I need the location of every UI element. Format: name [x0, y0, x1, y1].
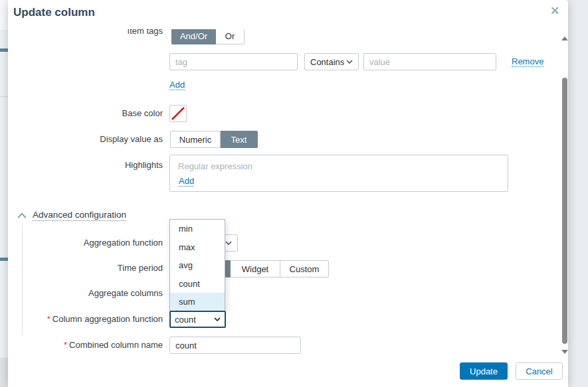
time-period-label: Time period — [8, 263, 163, 273]
display-option-numeric[interactable]: Numeric — [170, 131, 221, 148]
column-aggregation-function-label: *Column aggregation function — [8, 314, 163, 325]
advanced-configuration-toggle[interactable]: Advanced configuration — [17, 210, 126, 221]
cancel-button[interactable]: Cancel — [516, 362, 563, 380]
add-tag-link[interactable]: Add — [169, 80, 185, 90]
chevron-down-icon — [225, 241, 232, 245]
scrollbar-down-arrow[interactable] — [561, 350, 568, 354]
required-marker: * — [64, 340, 67, 350]
column-aggregation-function-select[interactable]: count — [169, 311, 226, 328]
highlight-pattern-input[interactable] — [178, 159, 497, 173]
dropdown-option-avg[interactable]: avg — [170, 256, 225, 275]
item-tags-operator-toggle: And/Or Or — [171, 29, 245, 44]
scrollbar-thumb[interactable] — [562, 78, 567, 344]
advanced-configuration-label: Advanced configuration — [33, 210, 126, 221]
page-divider — [0, 96, 8, 97]
dropdown-option-sum[interactable]: sum — [170, 293, 225, 311]
item-tags-operator-or[interactable]: Or — [216, 29, 245, 44]
display-option-text[interactable]: Text — [221, 131, 258, 148]
aggregation-function-label: Aggregation function — [8, 238, 163, 248]
scrollbar-up-arrow[interactable] — [561, 37, 568, 40]
display-value-as-label: Display value as — [8, 134, 163, 145]
dialog-title: Update column — [13, 6, 95, 19]
time-period-option-custom[interactable]: Custom — [280, 260, 329, 277]
chevron-down-icon — [346, 60, 353, 64]
page-accent-bar — [0, 258, 8, 261]
page-background-left — [0, 0, 8, 387]
dropdown-option-max[interactable]: max — [170, 238, 225, 257]
page-bg-segment — [0, 0, 8, 30]
close-icon[interactable]: ✕ — [547, 4, 562, 19]
tag-operator-value: Contains — [310, 57, 344, 67]
combined-column-name-input[interactable] — [169, 337, 301, 354]
highlights-box: Add — [169, 155, 508, 192]
time-period-option-widget[interactable]: Widget — [231, 260, 280, 277]
dialog-body: Item tags And/Or Or Contains Remove Add … — [8, 29, 568, 357]
base-color-picker[interactable] — [169, 105, 187, 122]
screen: Update column ✕ Item tags And/Or Or Cont… — [0, 0, 588, 387]
update-column-dialog: Update column ✕ Item tags And/Or Or Cont… — [8, 0, 568, 387]
page-background-right — [568, 0, 588, 387]
combined-column-name-label: *Combined column name — [8, 340, 163, 350]
remove-tag-link[interactable]: Remove — [512, 56, 543, 67]
display-value-as-toggle: Numeric Text — [170, 131, 258, 148]
page-bg-segment — [0, 358, 8, 387]
item-tags-operator-andor[interactable]: And/Or — [171, 29, 216, 44]
dropdown-option-count[interactable]: count — [170, 275, 225, 293]
tag-input[interactable] — [169, 53, 298, 70]
dropdown-option-min[interactable]: min — [170, 220, 225, 238]
required-marker: * — [47, 314, 50, 324]
aggregation-function-dropdown: min max avg count sum — [169, 219, 225, 311]
column-aggregation-function-value: count — [175, 315, 196, 325]
highlights-label: Highlights — [8, 160, 163, 171]
no-color-icon — [170, 106, 186, 121]
update-button[interactable]: Update — [460, 362, 508, 380]
chevron-up-icon — [17, 213, 27, 218]
add-highlight-link[interactable]: Add — [179, 176, 194, 187]
page-accent-bar — [0, 48, 8, 52]
chevron-down-icon — [214, 317, 221, 321]
tag-operator-select[interactable]: Contains — [304, 53, 359, 70]
aggregate-columns-label: Aggregate columns — [8, 288, 163, 299]
tag-value-input[interactable] — [363, 53, 496, 70]
base-color-label: Base color — [8, 108, 163, 119]
item-tags-label: Item tags — [8, 29, 163, 37]
